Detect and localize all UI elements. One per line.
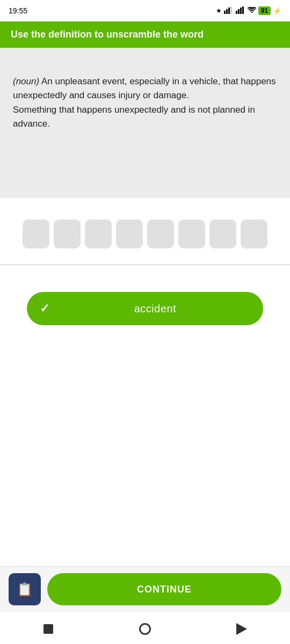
definition-pos: (noun) <box>13 76 39 86</box>
svg-rect-5 <box>238 9 240 14</box>
status-bar: 19:55 ★ <box>0 0 290 21</box>
svg-rect-2 <box>228 8 230 14</box>
letter-box-3[interactable] <box>85 219 112 248</box>
status-time: 19:55 <box>9 6 27 15</box>
definition-area: (noun) An unpleasant event, especially i… <box>0 48 290 198</box>
svg-rect-3 <box>230 6 232 14</box>
back-icon <box>236 623 247 635</box>
answer-button[interactable]: ✓ accident <box>27 292 263 325</box>
charging-icon: ⚡ <box>273 7 281 15</box>
letter-box-4[interactable] <box>116 219 143 248</box>
letter-box-5[interactable] <box>147 219 174 248</box>
svg-rect-7 <box>242 6 244 14</box>
letter-box-2[interactable] <box>54 219 81 248</box>
status-icons: ★ 91 <box>216 6 281 16</box>
letter-box-1[interactable] <box>23 219 49 248</box>
svg-rect-4 <box>236 11 237 14</box>
header: Use the definition to unscramble the wor… <box>0 21 290 48</box>
checkmark-icon: ✓ <box>40 302 49 316</box>
signal-icon-2 <box>236 6 245 16</box>
notebook-button[interactable]: 📋 <box>9 573 41 605</box>
bottom-bar: 📋 CONTINUE <box>0 566 290 612</box>
signal-icon <box>224 6 234 16</box>
letter-box-7[interactable] <box>209 219 236 248</box>
back-button[interactable] <box>231 618 252 640</box>
recent-apps-icon <box>44 624 53 634</box>
svg-rect-0 <box>224 11 226 14</box>
notebook-icon: 📋 <box>17 582 33 597</box>
definition-text: (noun) An unpleasant event, especially i… <box>13 75 277 131</box>
home-icon <box>139 623 151 635</box>
bluetooth-icon: ★ <box>216 7 222 14</box>
letter-boxes-area <box>0 198 290 265</box>
continue-label: CONTINUE <box>137 584 192 595</box>
recent-apps-button[interactable] <box>38 618 59 640</box>
letter-box-6[interactable] <box>178 219 205 248</box>
answer-word: accident <box>60 303 250 315</box>
battery-icon: 91 <box>258 6 271 15</box>
svg-rect-6 <box>240 8 242 14</box>
answer-area: ✓ accident <box>0 265 290 341</box>
svg-rect-1 <box>226 9 228 14</box>
header-title: Use the definition to unscramble the wor… <box>11 29 279 40</box>
letter-box-8[interactable] <box>241 219 267 248</box>
home-button[interactable] <box>134 618 156 640</box>
continue-button[interactable]: CONTINUE <box>47 573 281 605</box>
android-nav-bar <box>0 614 290 644</box>
wifi-icon <box>248 7 256 15</box>
letter-boxes <box>23 219 267 248</box>
